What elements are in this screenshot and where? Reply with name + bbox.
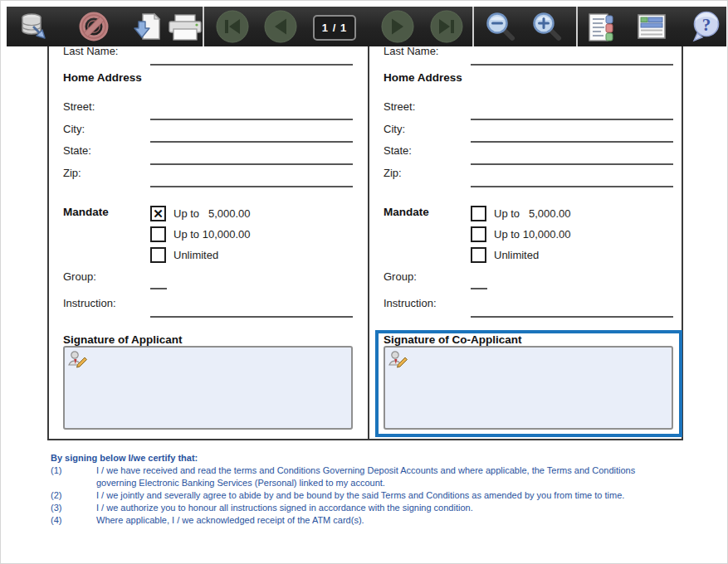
mandate-heading: Mandate	[384, 206, 429, 218]
item-text: I / we jointly and severally agree to ab…	[96, 489, 671, 502]
checkbox-up-to-10000[interactable]	[150, 226, 166, 242]
zoom-in-button[interactable]	[530, 11, 564, 42]
signer-icon	[388, 351, 408, 369]
cancel-button[interactable]	[78, 12, 110, 41]
co-applicant-signature-field[interactable]	[384, 346, 673, 430]
zip-field[interactable]	[150, 186, 353, 187]
certification-item: (1) I / we have received and read the te…	[51, 464, 690, 489]
home-address-heading: Home Address	[384, 71, 462, 84]
form-view-button[interactable]	[587, 12, 615, 42]
mandate-option-label: Up to 10,000.00	[494, 228, 571, 241]
city-label: City:	[63, 123, 85, 135]
street-label: Street:	[384, 100, 415, 113]
mandate-option-label: Up to 5,000.00	[173, 207, 251, 220]
help-button[interactable]: ?	[689, 11, 722, 44]
form-page: Last Name: Home Address Street: City: St…	[47, 24, 683, 440]
mandate-option-row: Up to 10,000.00	[150, 226, 251, 242]
state-label: State:	[63, 144, 91, 157]
certification-heading: By signing below I/we certify that:	[51, 452, 690, 464]
toolbar: 1 / 1	[7, 7, 726, 46]
last-page-button[interactable]	[430, 10, 463, 43]
instruction-field[interactable]	[471, 316, 673, 318]
instruction-label: Instruction:	[384, 297, 437, 309]
state-field[interactable]	[471, 163, 673, 165]
signature-heading: Signature of Co-Applicant	[384, 333, 522, 346]
item-number: (3)	[51, 502, 96, 514]
group-label: Group:	[384, 270, 417, 283]
mandate-option-label: Up to 10,000.00	[173, 228, 251, 241]
table-icon	[638, 14, 666, 39]
state-field[interactable]	[150, 163, 353, 165]
zoom-out-button[interactable]	[484, 11, 517, 42]
home-address-heading: Home Address	[63, 71, 142, 84]
zoom-in-icon	[531, 11, 563, 42]
mandate-option-label: Unlimited	[173, 249, 218, 261]
item-text: I / we have received and read the terms …	[96, 464, 671, 489]
mandate-option-label: Unlimited	[494, 249, 539, 261]
signer-icon	[68, 351, 88, 369]
applicant-column: Last Name: Home Address Street: City: St…	[49, 26, 366, 439]
item-number: (1)	[51, 464, 96, 489]
viewer-window: 1 / 1	[0, 0, 728, 564]
block-icon	[79, 12, 109, 41]
mandate-heading: Mandate	[63, 206, 109, 218]
last-page-icon	[430, 10, 463, 43]
certification-item: (4) Where applicable, I / we acknowledge…	[51, 514, 690, 527]
mandate-option-row: Unlimited	[150, 247, 218, 263]
previous-page-icon	[264, 10, 297, 43]
last-name-field[interactable]	[471, 64, 673, 66]
help-icon: ?	[690, 11, 721, 44]
last-name-label: Last Name:	[384, 45, 438, 57]
save-file-button[interactable]	[131, 12, 163, 41]
group-field[interactable]	[471, 288, 487, 289]
table-view-button[interactable]	[637, 14, 667, 39]
street-field[interactable]	[471, 119, 673, 120]
street-field[interactable]	[150, 119, 353, 120]
next-page-button[interactable]	[381, 10, 414, 43]
database-export-icon	[19, 12, 49, 41]
zip-label: Zip:	[63, 167, 81, 179]
mandate-option-row: Up to 5,000.00	[471, 206, 571, 221]
instruction-field[interactable]	[150, 316, 353, 318]
item-number: (4)	[51, 514, 96, 527]
applicant-signature-field[interactable]	[63, 346, 353, 430]
item-number: (2)	[51, 489, 96, 502]
toolbar-separator	[472, 7, 474, 46]
checkbox-unlimited[interactable]	[471, 247, 486, 263]
group-label: Group:	[63, 270, 96, 283]
certification-block: By signing below I/we certify that: (1) …	[51, 452, 690, 527]
mandate-option-row: ✕ Up to 5,000.00	[150, 206, 251, 221]
zoom-out-icon	[485, 11, 516, 42]
mandate-option-label: Up to 5,000.00	[494, 207, 571, 220]
group-field[interactable]	[150, 288, 167, 289]
mandate-option-row: Unlimited	[471, 247, 539, 263]
first-page-button[interactable]	[216, 10, 249, 43]
zip-field[interactable]	[471, 186, 673, 187]
printer-icon	[169, 14, 202, 41]
street-label: Street:	[63, 100, 95, 113]
checkbox-unlimited[interactable]	[150, 247, 166, 263]
state-label: State:	[384, 144, 412, 157]
city-field[interactable]	[471, 141, 673, 143]
toolbar-separator	[576, 7, 578, 46]
checkbox-up-to-10000[interactable]	[471, 226, 486, 242]
print-button[interactable]	[168, 13, 203, 41]
first-page-icon	[216, 10, 249, 43]
export-database-button[interactable]	[18, 12, 50, 41]
certification-item: (2) I / we jointly and severally agree t…	[51, 489, 690, 502]
last-name-field[interactable]	[150, 64, 353, 66]
checkbox-up-to-5000[interactable]: ✕	[150, 206, 166, 221]
toolbar-separator	[203, 7, 204, 46]
city-label: City:	[384, 123, 405, 135]
city-field[interactable]	[150, 141, 353, 143]
certification-item: (3) I / we authorize you to honour all i…	[51, 502, 690, 514]
item-text: I / we authorize you to honour all instr…	[96, 502, 671, 514]
instruction-label: Instruction:	[63, 297, 116, 309]
next-page-icon	[381, 10, 414, 43]
page-indicator[interactable]: 1 / 1	[313, 15, 356, 41]
checkbox-up-to-5000[interactable]	[471, 206, 486, 221]
co-applicant-column: Last Name: Home Address Street: City: St…	[369, 26, 686, 439]
checkbox-x-mark: ✕	[153, 207, 164, 220]
zip-label: Zip:	[384, 167, 402, 179]
previous-page-button[interactable]	[264, 10, 297, 43]
